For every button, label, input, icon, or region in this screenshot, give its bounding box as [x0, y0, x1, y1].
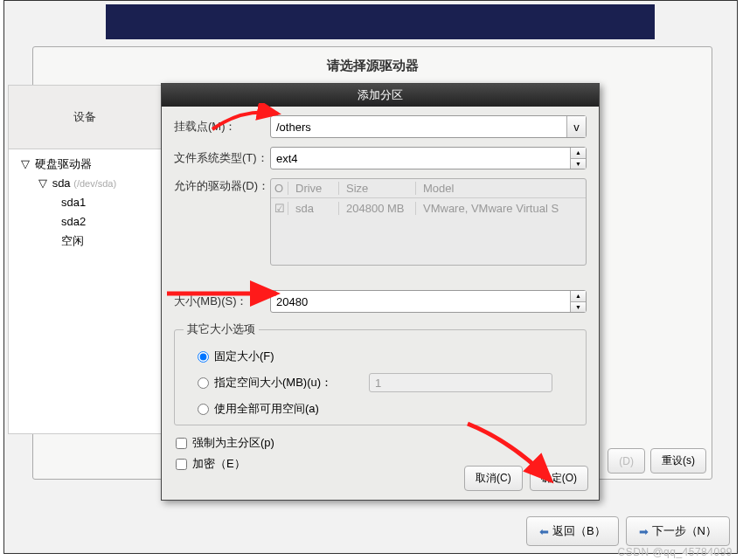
mount-point-row: 挂载点(M)： v — [174, 115, 587, 138]
device-header: 设备 — [9, 86, 161, 149]
drive-col-model: Model — [423, 182, 582, 195]
other-size-legend: 其它大小选项 — [184, 321, 259, 337]
fstype-label: 文件系统类型(T)： — [174, 150, 270, 166]
partition-action-buttons: (D) 重设(s) — [608, 448, 706, 474]
check-encrypt-input[interactable] — [176, 459, 187, 470]
spin-up-icon[interactable]: ▲ — [571, 291, 586, 302]
drive-row-size: 204800 MB — [346, 202, 416, 215]
tree-partition[interactable]: sda1 — [12, 193, 157, 212]
cancel-button[interactable]: 取消(C) — [464, 466, 523, 491]
tree-root[interactable]: ▽ 硬盘驱动器 — [12, 155, 157, 174]
size-row: 大小(MB)(S)： ▲▼ — [174, 290, 587, 313]
fstype-row: 文件系统类型(T)： ▲▼ — [174, 147, 587, 169]
check-primary-input[interactable] — [176, 438, 187, 449]
radio-fixed-input[interactable] — [198, 351, 209, 363]
size-input[interactable] — [271, 291, 570, 312]
header-banner — [106, 4, 655, 39]
back-button[interactable]: 返回（B） — [526, 516, 619, 546]
spin-down-icon[interactable]: ▼ — [571, 302, 586, 313]
other-size-fieldset: 其它大小选项 固定大小(F) 指定空间大小(MB)(u)： 使用全部可用空间(a… — [174, 321, 587, 425]
device-tree: ▽ 硬盘驱动器 ▽ sda (/dev/sda) sda1 sda2 空闲 — [9, 149, 161, 256]
next-button[interactable]: 下一步（N） — [626, 516, 730, 546]
fstype-combo[interactable]: ▲▼ — [270, 147, 587, 169]
drive-row-name: sda — [295, 202, 339, 215]
mount-point-combo[interactable]: v — [270, 115, 587, 138]
tree-toggle-icon[interactable]: ▽ — [21, 155, 31, 174]
radio-allfree[interactable]: 使用全部可用空间(a) — [184, 397, 577, 421]
tree-partition[interactable]: sda2 — [12, 212, 157, 232]
size-spin-buttons[interactable]: ▲▼ — [570, 291, 586, 312]
drive-table-header: O Drive Size Model — [271, 179, 586, 198]
size-label: 大小(MB)(S)： — [174, 294, 270, 309]
drive-col-checkbox[interactable]: O — [274, 182, 288, 195]
watermark: CSDN @qq_45784099 — [618, 546, 733, 558]
drive-table-row[interactable]: ☑ sda 204800 MB VMware, VMware Virtual S — [271, 198, 586, 218]
drive-row-checkbox[interactable]: ☑ — [274, 202, 288, 215]
drive-col-drive: Drive — [295, 182, 339, 195]
radio-upto-label: 指定空间大小(MB)(u)： — [214, 375, 332, 391]
spin-up-icon[interactable]: ▲ — [571, 148, 586, 159]
reset-button[interactable]: 重设(s) — [650, 448, 706, 474]
radio-fixed-size[interactable]: 固定大小(F) — [184, 344, 577, 369]
arrow-right-icon — [639, 525, 649, 538]
drive-row-model: VMware, VMware Virtual S — [423, 202, 582, 215]
dialog-title: 添加分区 — [162, 84, 599, 107]
nav-buttons: 返回（B） 下一步（N） — [526, 516, 730, 546]
tree-disk[interactable]: ▽ sda (/dev/sda) — [12, 174, 157, 193]
panel-title: 请选择源驱动器 — [33, 47, 712, 74]
mount-point-input[interactable] — [271, 116, 566, 137]
allowed-drives-box: O Drive Size Model ☑ sda 204800 MB VMwar… — [270, 178, 587, 266]
spin-down-icon[interactable]: ▼ — [571, 159, 586, 169]
check-primary[interactable]: 强制为主分区(p) — [174, 432, 587, 453]
mount-point-label: 挂载点(M)： — [174, 119, 270, 135]
chevron-down-icon[interactable]: v — [566, 116, 586, 137]
ok-button[interactable]: 确定(O) — [530, 466, 588, 491]
add-partition-dialog: 添加分区 挂载点(M)： v 文件系统类型(T)： ▲▼ 允许的驱动器(D)： … — [161, 83, 600, 501]
tree-free[interactable]: 空闲 — [12, 232, 157, 251]
tree-toggle-icon[interactable]: ▽ — [38, 174, 49, 193]
fstype-spinner[interactable]: ▲▼ — [570, 148, 586, 169]
radio-allfree-input[interactable] — [198, 404, 209, 415]
radio-upto-row: 指定空间大小(MB)(u)： — [184, 369, 577, 397]
size-spinner[interactable]: ▲▼ — [270, 290, 587, 313]
fstype-input[interactable] — [271, 148, 570, 169]
radio-upto-input[interactable] — [198, 377, 209, 389]
arrow-left-icon — [539, 525, 549, 538]
dialog-buttons: 取消(C) 确定(O) — [464, 466, 588, 491]
upto-size-input[interactable] — [369, 373, 552, 392]
device-sidebar: 设备 ▽ 硬盘驱动器 ▽ sda (/dev/sda) sda1 sda2 空闲 — [8, 85, 162, 434]
dialog-body: 挂载点(M)： v 文件系统类型(T)： ▲▼ 允许的驱动器(D)： O Dri… — [162, 107, 599, 481]
delete-button[interactable]: (D) — [608, 448, 645, 474]
drive-col-size: Size — [346, 182, 416, 195]
